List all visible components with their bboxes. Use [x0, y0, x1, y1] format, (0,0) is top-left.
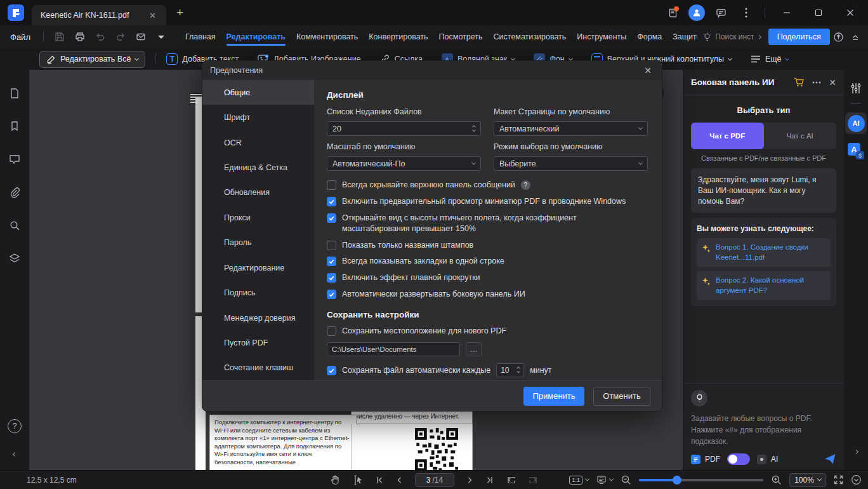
checkbox[interactable]: [327, 197, 336, 206]
search-icon[interactable]: [5, 216, 24, 235]
collapse-toolbar-icon[interactable]: [847, 29, 864, 45]
panel-close-icon[interactable]: ✕: [829, 77, 836, 88]
select-mode-select[interactable]: Выберите: [494, 156, 648, 171]
page-layout-select[interactable]: Автоматический: [494, 121, 648, 136]
preference-checkbox-row[interactable]: Всегда показывать закладки в одной строк…: [327, 256, 645, 267]
help-icon[interactable]: ?: [8, 419, 22, 433]
pdf-ai-switch[interactable]: [727, 453, 750, 465]
share-button[interactable]: Поделиться: [768, 29, 830, 45]
expand-panel-icon[interactable]: [855, 445, 858, 456]
cart-icon[interactable]: [794, 77, 805, 88]
dialog-sidebar-item[interactable]: Шрифт: [202, 105, 314, 130]
redo-icon[interactable]: [115, 31, 126, 43]
save-icon[interactable]: [54, 31, 65, 43]
preference-checkbox-row[interactable]: Включить предварительный просмотр миниат…: [327, 196, 645, 207]
cancel-button[interactable]: Отменить: [593, 387, 650, 406]
page-fit-control[interactable]: [596, 476, 613, 485]
dialog-sidebar-item[interactable]: Пароль: [202, 231, 314, 255]
menu-tab[interactable]: Конвертировать: [364, 27, 432, 47]
first-page-icon[interactable]: [376, 476, 383, 484]
prev-view-icon[interactable]: [506, 476, 516, 485]
checkbox[interactable]: [327, 241, 336, 250]
dialog-sidebar-item[interactable]: Общие: [202, 80, 314, 105]
menu-tab[interactable]: Посмотреть: [435, 27, 487, 47]
preference-checkbox-row[interactable]: Включить эффект плавной прокрутки ?: [327, 272, 645, 283]
attachments-icon[interactable]: [5, 183, 24, 202]
zoom-slider-thumb[interactable]: [673, 476, 681, 485]
edit-all-button[interactable]: Редактировать Всё: [39, 51, 145, 68]
print-icon[interactable]: [74, 31, 86, 43]
thumbnails-icon[interactable]: [5, 84, 24, 103]
chat-with-ai-tab[interactable]: Чат с AI: [764, 123, 837, 149]
checkbox[interactable]: [327, 366, 336, 375]
email-icon[interactable]: [135, 31, 147, 43]
ai-suggestion-item[interactable]: Вопрос 1. Создание сводки Keenet...11.pd…: [697, 238, 831, 267]
statusbar-collapse-icon[interactable]: [851, 474, 862, 485]
hand-tool-icon[interactable]: [330, 475, 340, 485]
next-page-icon[interactable]: [467, 476, 473, 484]
checkbox[interactable]: [327, 180, 336, 190]
preference-checkbox-row[interactable]: Открывайте вид с высоты птичьего полета,…: [327, 213, 645, 234]
layers-icon[interactable]: [5, 249, 24, 268]
apply-button[interactable]: Применить: [523, 387, 584, 406]
help-icon[interactable]: ?: [521, 180, 530, 190]
properties-sliders-icon[interactable]: [850, 83, 862, 94]
menu-tab[interactable]: Редактировать: [222, 27, 290, 47]
checkbox[interactable]: [327, 273, 336, 283]
dialog-sidebar-item[interactable]: Прокси: [202, 205, 314, 230]
search-tools[interactable]: Поиск инст: [702, 32, 760, 42]
comments-icon[interactable]: [5, 150, 24, 169]
dialog-header[interactable]: Предпочтения ✕: [202, 61, 662, 80]
checkbox[interactable]: [327, 326, 336, 336]
tab-close-icon[interactable]: ✕: [145, 10, 160, 22]
minimize-button[interactable]: [774, 3, 799, 22]
file-menu[interactable]: Файл: [0, 32, 39, 42]
menu-tab[interactable]: Защитить: [668, 27, 697, 47]
fullscreen-icon[interactable]: [834, 475, 843, 485]
dialog-sidebar-item[interactable]: Сочетание клавиш: [202, 356, 314, 380]
more-tools-button[interactable]: Ещё: [751, 55, 789, 64]
ai-suggestion-item[interactable]: Вопрос 2. Какой основной аргумент PDF?: [697, 271, 831, 300]
translate-icon[interactable]: A$: [848, 143, 864, 159]
preference-checkbox-row[interactable]: Всегда скрывайте верхнюю панель сообщени…: [327, 180, 645, 191]
next-view-icon[interactable]: [529, 476, 538, 485]
panel-more-icon[interactable]: [812, 81, 821, 84]
maximize-button[interactable]: [806, 3, 831, 22]
close-window-button[interactable]: [838, 3, 863, 22]
document-tab[interactable]: Keenetic Air KN-1611.pdf ✕: [32, 5, 166, 25]
menu-tab[interactable]: Главная: [181, 27, 220, 47]
collapse-sidebar-icon[interactable]: [13, 447, 16, 459]
spinner-arrows-icon[interactable]: [473, 126, 475, 132]
dialog-sidebar-item[interactable]: Редактирование: [202, 255, 314, 280]
chat-input-placeholder[interactable]: Задавайте любые вопросы о PDF. Нажмите «…: [691, 413, 836, 450]
dialog-sidebar-item[interactable]: Пустой PDF: [202, 330, 314, 355]
dialog-sidebar-item[interactable]: Обновления: [202, 180, 314, 205]
actual-size-control[interactable]: 1:1: [569, 476, 589, 485]
new-tab-button[interactable]: +: [176, 6, 183, 20]
menu-tab[interactable]: Комментировать: [292, 27, 362, 47]
save-location-row[interactable]: Сохранить местоположение для нового PDF: [327, 326, 645, 337]
default-zoom-select[interactable]: Автоматический-По: [327, 156, 481, 171]
undo-icon[interactable]: [95, 31, 106, 43]
dialog-sidebar-item[interactable]: Единица & Сетка: [202, 155, 314, 180]
upload-cloud-icon[interactable]: [830, 29, 847, 45]
zoom-out-icon[interactable]: [621, 474, 631, 485]
menu-tab[interactable]: Систематизировать: [489, 27, 571, 47]
checkbox[interactable]: [327, 213, 336, 223]
save-path-input[interactable]: C:\Users\User\Documents: [327, 342, 460, 356]
dialog-close-icon[interactable]: ✕: [641, 65, 654, 76]
preference-checkbox-row[interactable]: Показать только названия штампов ?: [327, 240, 645, 251]
lightbulb-icon[interactable]: [691, 390, 707, 406]
zoom-slider[interactable]: [639, 479, 763, 481]
select-tool-icon[interactable]: [353, 475, 363, 485]
dialog-sidebar-item[interactable]: Менеджер доверия: [202, 305, 314, 330]
checkbox[interactable]: [327, 257, 336, 266]
whats-new-icon[interactable]: [663, 3, 682, 22]
browse-button[interactable]: ...: [466, 342, 482, 356]
chat-with-pdf-tab[interactable]: Чат с PDF: [691, 123, 764, 149]
menu-tab[interactable]: Инструменты: [572, 27, 631, 47]
account-avatar[interactable]: [688, 4, 705, 21]
checkbox[interactable]: [327, 290, 336, 299]
zoom-percent-select[interactable]: 100%: [789, 473, 826, 487]
prev-page-icon[interactable]: [396, 476, 402, 484]
